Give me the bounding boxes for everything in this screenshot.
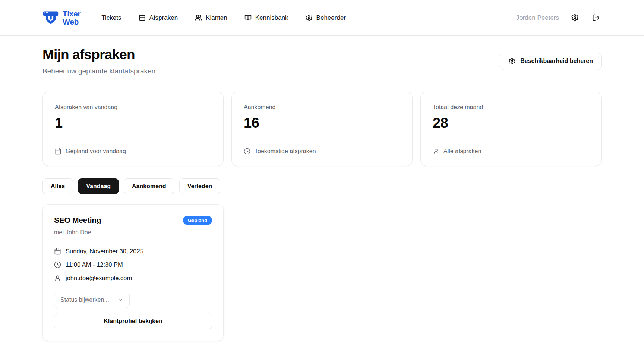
page-subtitle: Beheer uw geplande klantafspraken: [42, 67, 155, 75]
stat-footer-label: Gepland voor vandaag: [66, 148, 126, 155]
nav-item-label: Beheerder: [316, 14, 346, 22]
appointment-details: Sunday, November 30, 2025 11:00 AM - 12:…: [54, 248, 212, 282]
user-name: Jorden Peeters: [516, 14, 559, 22]
gear-icon: [306, 14, 313, 21]
appointment-title: SEO Meeting: [54, 216, 101, 225]
appointment-time: 11:00 AM - 12:30 PM: [66, 261, 123, 268]
clock-icon: [244, 148, 250, 155]
stat-value: 28: [433, 115, 589, 131]
status-badge: Gepland: [183, 216, 212, 225]
clock-icon: [54, 261, 61, 268]
chevron-down-icon: [117, 297, 123, 303]
nav-item-afspraken[interactable]: Afspraken: [139, 14, 178, 22]
view-customer-profile-button[interactable]: Klantprofiel bekijken: [54, 313, 212, 329]
appointment-card: SEO Meeting Gepland met John Doe Sunday,…: [42, 204, 224, 341]
appointment-date: Sunday, November 30, 2025: [66, 248, 143, 255]
nav-item-label: Kennisbank: [255, 14, 288, 22]
book-open-icon: [244, 14, 252, 21]
status-select-placeholder: Status bijwerken...: [60, 297, 109, 303]
filter-tab-aankomend[interactable]: Aankomend: [124, 178, 174, 194]
brand-name: Tixer Web: [63, 10, 80, 26]
nav-item-tickets[interactable]: Tickets: [101, 14, 121, 22]
calendar-icon: [55, 148, 61, 155]
nav-item-label: Tickets: [101, 14, 121, 22]
stat-footer-label: Alle afspraken: [443, 148, 481, 155]
main-nav: Tickets Afspraken Klanten Kennisbank Beh…: [101, 14, 346, 22]
filter-tabs: Alles Vandaag Aankomend Verleden: [42, 178, 602, 194]
nav-item-beheerder[interactable]: Beheerder: [306, 14, 346, 22]
header-right: Jorden Peeters: [516, 12, 602, 23]
stat-footer: Gepland voor vandaag: [55, 148, 211, 155]
gear-icon: [508, 58, 515, 65]
logout-button[interactable]: [591, 12, 602, 23]
stat-label: Afspraken van vandaag: [55, 104, 211, 111]
appointment-email: john.doe@example.com: [66, 275, 132, 282]
logout-icon: [592, 14, 600, 22]
manage-availability-label: Beschikbaarheid beheren: [520, 58, 593, 64]
stat-label: Aankomend: [244, 104, 400, 111]
calendar-icon: [139, 14, 146, 21]
stat-card-today: Afspraken van vandaag 1 Gepland voor van…: [42, 92, 224, 166]
stat-value: 1: [55, 115, 211, 131]
page-header: Mijn afspraken Beheer uw geplande klanta…: [42, 47, 602, 75]
appointment-with: met John Doe: [54, 229, 212, 236]
filter-tab-alles[interactable]: Alles: [42, 178, 73, 194]
stat-footer: Toekomstige afspraken: [244, 148, 400, 155]
top-nav: Tixer Web Tickets Afspraken Klanten Kenn…: [0, 0, 644, 36]
settings-button[interactable]: [569, 12, 580, 23]
appointment-email-row: john.doe@example.com: [54, 275, 212, 282]
filter-tab-verleden[interactable]: Verleden: [179, 178, 221, 194]
user-icon: [433, 148, 439, 155]
nav-item-label: Afspraken: [149, 14, 178, 22]
main-content: Mijn afspraken Beheer uw geplande klanta…: [0, 47, 644, 341]
appointment-date-row: Sunday, November 30, 2025: [54, 248, 212, 255]
users-icon: [195, 14, 202, 21]
nav-item-kennisbank[interactable]: Kennisbank: [244, 14, 288, 22]
manage-availability-button[interactable]: Beschikbaarheid beheren: [500, 53, 602, 70]
gear-icon: [571, 14, 579, 22]
page-title: Mijn afspraken: [42, 47, 155, 63]
nav-item-klanten[interactable]: Klanten: [195, 14, 227, 22]
calendar-icon: [54, 248, 61, 255]
stat-card-month-total: Totaal deze maand 28 Alle afspraken: [420, 92, 602, 166]
stats-row: Afspraken van vandaag 1 Gepland voor van…: [42, 92, 602, 166]
page-header-text: Mijn afspraken Beheer uw geplande klanta…: [42, 47, 155, 75]
stat-label: Totaal deze maand: [433, 104, 589, 111]
appointment-header: SEO Meeting Gepland: [54, 216, 212, 225]
user-icon: [54, 275, 61, 282]
status-update-select[interactable]: Status bijwerken...: [54, 292, 130, 308]
stat-footer-label: Toekomstige afspraken: [255, 148, 316, 155]
stat-value: 16: [244, 115, 400, 131]
brand-logo[interactable]: Tixer Web: [42, 9, 80, 27]
nav-item-label: Klanten: [206, 14, 227, 22]
appointment-time-row: 11:00 AM - 12:30 PM: [54, 261, 212, 268]
tixer-logo-icon: [42, 9, 59, 27]
filter-tab-vandaag[interactable]: Vandaag: [78, 178, 119, 194]
stat-card-upcoming: Aankomend 16 Toekomstige afspraken: [231, 92, 413, 166]
stat-footer: Alle afspraken: [433, 148, 589, 155]
